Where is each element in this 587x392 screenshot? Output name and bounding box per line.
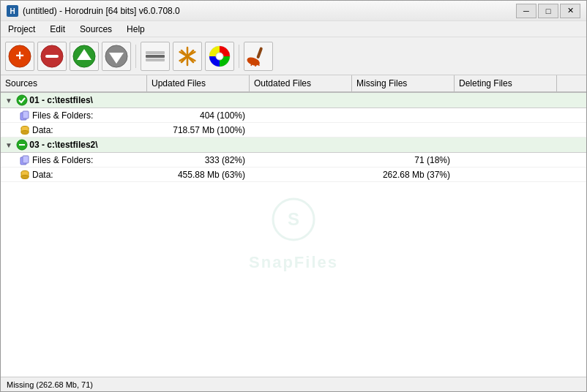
status-text: Missing (262.68 Mb, 71) bbox=[7, 380, 93, 389]
group-2-label: 03 - c:\testfiles2\ bbox=[29, 140, 97, 150]
table-row[interactable]: Data: 718.57 Mb (100%) bbox=[1, 123, 586, 137]
table-row[interactable]: Files & Folders: 333 (82%) 71 (18%) bbox=[1, 153, 586, 167]
g2-row2-updated: 455.88 Mb (63%) bbox=[147, 168, 250, 181]
group-1-sources-cell: ▼ 01 - c:\testfiles\ bbox=[1, 93, 147, 108]
col-header-missing: Missing Files bbox=[352, 75, 455, 91]
g1-row1-updated: 404 (100%) bbox=[147, 109, 250, 122]
svg-rect-5 bbox=[45, 55, 59, 58]
g1-row1-missing bbox=[352, 114, 455, 117]
group-2-sources-cell: ▼ 03 - c:\testfiles2\ bbox=[1, 137, 147, 152]
menu-sources[interactable]: Sources bbox=[75, 23, 116, 36]
svg-rect-11 bbox=[146, 55, 165, 58]
watermark: S SnapFiles bbox=[249, 197, 338, 272]
data-icon-2 bbox=[20, 170, 30, 180]
g2-row1-deleting bbox=[455, 159, 557, 162]
table-header: Sources Updated Files Outdated Files Mis… bbox=[1, 75, 586, 93]
g1-row1-deleting bbox=[455, 114, 557, 117]
files-icon-2 bbox=[20, 155, 30, 165]
col-header-updated: Updated Files bbox=[147, 75, 250, 91]
title-bar: H (untitled) - Horodruin [64 bits] v6.0.… bbox=[1, 1, 586, 21]
menu-project[interactable]: Project bbox=[4, 23, 40, 36]
app-icon: H bbox=[7, 5, 18, 17]
group-1-outdated bbox=[250, 99, 352, 102]
expand-icon-1: ▼ bbox=[5, 95, 16, 105]
table-row[interactable]: Files & Folders: 404 (100%) bbox=[1, 108, 586, 123]
svg-point-27 bbox=[17, 95, 27, 105]
g2-row1-label: Files & Folders: bbox=[32, 155, 93, 165]
layers-button[interactable] bbox=[141, 42, 170, 71]
g1-row2-missing bbox=[352, 129, 455, 132]
svg-rect-36 bbox=[19, 144, 25, 146]
files-icon bbox=[20, 110, 30, 121]
group-2-icon bbox=[16, 139, 28, 151]
close-button[interactable]: ✕ bbox=[560, 4, 580, 18]
group-2-deleting bbox=[455, 143, 557, 146]
menu-edit[interactable]: Edit bbox=[45, 23, 70, 36]
group-1-label: 01 - c:\testfiles\ bbox=[29, 95, 93, 105]
col-header-deleting: Deleting Files bbox=[455, 75, 557, 91]
g2-row1-source: Files & Folders: bbox=[1, 154, 147, 167]
g2-row2-outdated bbox=[250, 173, 352, 176]
group-1-missing bbox=[352, 99, 455, 102]
col-header-sources: Sources bbox=[1, 75, 147, 91]
g2-row2-deleting bbox=[455, 173, 557, 176]
svg-text:H: H bbox=[10, 7, 15, 15]
title-controls: ─ □ ✕ bbox=[516, 4, 580, 18]
data-icon bbox=[20, 125, 30, 135]
table-row[interactable]: Data: 455.88 Mb (63%) 262.68 Mb (37%) bbox=[1, 167, 586, 182]
g2-row2-label: Data: bbox=[32, 170, 53, 180]
toolbar-separator-2 bbox=[239, 45, 239, 68]
table-body[interactable]: S SnapFiles ▼ 01 - c:\testfiles\ bbox=[1, 93, 586, 377]
g1-row2-outdated bbox=[250, 129, 352, 132]
svg-rect-20 bbox=[256, 47, 263, 59]
asterisk-button[interactable] bbox=[173, 42, 202, 71]
status-bar: Missing (262.68 Mb, 71) bbox=[1, 377, 586, 391]
toolbar: + bbox=[1, 37, 586, 75]
g2-row1-missing: 71 (18%) bbox=[352, 154, 455, 167]
g1-row1-outdated bbox=[250, 114, 352, 117]
svg-rect-29 bbox=[23, 111, 29, 118]
group-2-outdated bbox=[250, 143, 352, 146]
g2-row2-missing: 262.68 Mb (37%) bbox=[352, 168, 455, 181]
move-down-button[interactable] bbox=[102, 42, 131, 71]
svg-point-32 bbox=[21, 130, 29, 134]
group-1-icon bbox=[16, 94, 28, 106]
group-1-updated bbox=[147, 99, 250, 102]
g2-row2-source: Data: bbox=[1, 168, 147, 181]
group-row-1[interactable]: ▼ 01 - c:\testfiles\ bbox=[1, 93, 586, 108]
g1-row1-label: Files & Folders: bbox=[32, 110, 93, 121]
add-source-button[interactable]: + bbox=[5, 42, 34, 71]
g1-row1-source: Files & Folders: bbox=[1, 109, 147, 122]
svg-point-41 bbox=[21, 175, 29, 178]
watermark-icon: S bbox=[272, 197, 315, 250]
svg-text:+: + bbox=[15, 48, 24, 64]
remove-source-button[interactable] bbox=[37, 42, 67, 71]
broom-button[interactable] bbox=[244, 42, 273, 71]
window-title: (untitled) - Horodruin [64 bits] v6.0.70… bbox=[23, 6, 180, 16]
menu-bar: Project Edit Sources Help bbox=[1, 21, 586, 37]
svg-text:S: S bbox=[288, 209, 299, 229]
watermark-text: SnapFiles bbox=[249, 253, 338, 272]
g1-row2-source: Data: bbox=[1, 124, 147, 137]
minimize-button[interactable]: ─ bbox=[516, 4, 536, 18]
group-row-2[interactable]: ▼ 03 - c:\testfiles2\ bbox=[1, 137, 586, 153]
g2-row1-updated: 333 (82%) bbox=[147, 154, 250, 167]
g2-row1-outdated bbox=[250, 159, 352, 162]
svg-point-25 bbox=[273, 199, 314, 240]
maximize-button[interactable]: □ bbox=[538, 4, 558, 18]
col-header-outdated: Outdated Files bbox=[250, 75, 352, 91]
g1-row2-label: Data: bbox=[32, 125, 53, 135]
g1-row2-deleting bbox=[455, 129, 557, 132]
svg-point-19 bbox=[216, 53, 223, 60]
title-left: H (untitled) - Horodruin [64 bits] v6.0.… bbox=[7, 5, 180, 17]
svg-rect-10 bbox=[146, 51, 165, 54]
move-up-button[interactable] bbox=[70, 42, 99, 71]
g1-row2-updated: 718.57 Mb (100%) bbox=[147, 124, 250, 137]
group-2-missing bbox=[352, 143, 455, 146]
group-2-updated bbox=[147, 143, 250, 146]
svg-rect-12 bbox=[146, 59, 165, 61]
colorwheel-button[interactable] bbox=[205, 42, 234, 71]
menu-help[interactable]: Help bbox=[122, 23, 149, 36]
toolbar-separator-1 bbox=[135, 45, 136, 68]
main-content: Sources Updated Files Outdated Files Mis… bbox=[1, 75, 586, 377]
